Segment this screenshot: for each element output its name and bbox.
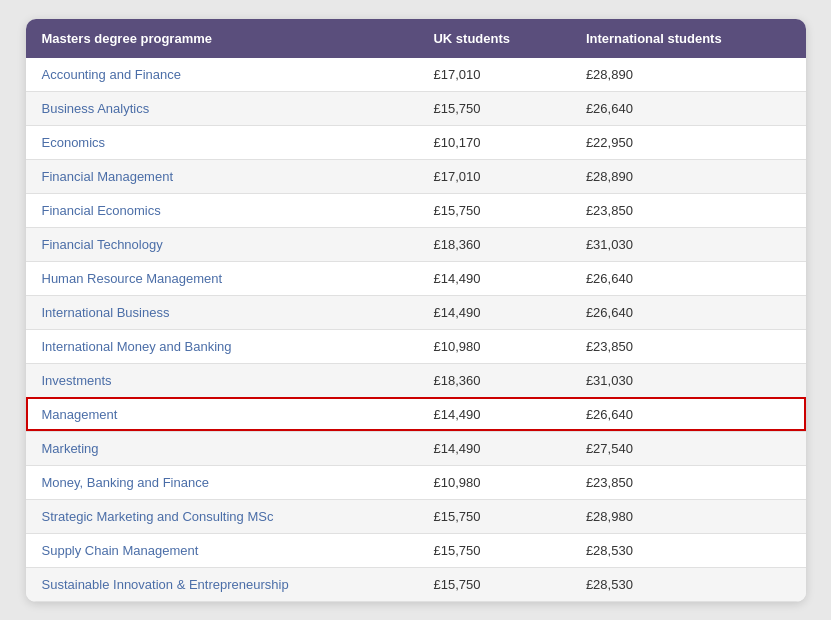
programme-name[interactable]: Investments: [26, 363, 418, 397]
international-fee: £28,890: [570, 58, 806, 92]
fee-table-container: Masters degree programme UK students Int…: [26, 19, 806, 602]
international-fee: £26,640: [570, 261, 806, 295]
programme-name[interactable]: Financial Management: [26, 159, 418, 193]
uk-fee: £14,490: [417, 261, 569, 295]
table-row: Management£14,490£26,640: [26, 397, 806, 431]
uk-fee: £14,490: [417, 431, 569, 465]
international-fee: £22,950: [570, 125, 806, 159]
table-row: Financial Management£17,010£28,890: [26, 159, 806, 193]
international-fee: £28,530: [570, 533, 806, 567]
international-fee: £23,850: [570, 193, 806, 227]
uk-fee: £10,170: [417, 125, 569, 159]
table-row: International Money and Banking£10,980£2…: [26, 329, 806, 363]
uk-fee: £14,490: [417, 397, 569, 431]
programme-name[interactable]: Human Resource Management: [26, 261, 418, 295]
uk-fee: £15,750: [417, 193, 569, 227]
programme-name[interactable]: Sustainable Innovation & Entrepreneurshi…: [26, 567, 418, 601]
programme-name[interactable]: Marketing: [26, 431, 418, 465]
table-row: Supply Chain Management£15,750£28,530: [26, 533, 806, 567]
international-fee: £31,030: [570, 363, 806, 397]
international-fee: £26,640: [570, 397, 806, 431]
table-row: Strategic Marketing and Consulting MSc£1…: [26, 499, 806, 533]
international-fee: £28,980: [570, 499, 806, 533]
international-fee: £26,640: [570, 91, 806, 125]
international-fee: £31,030: [570, 227, 806, 261]
uk-fee: £14,490: [417, 295, 569, 329]
programme-name[interactable]: Supply Chain Management: [26, 533, 418, 567]
programme-name[interactable]: International Money and Banking: [26, 329, 418, 363]
table-row: Investments£18,360£31,030: [26, 363, 806, 397]
uk-fee: £15,750: [417, 499, 569, 533]
uk-fee: £10,980: [417, 329, 569, 363]
international-fee: £28,530: [570, 567, 806, 601]
international-fee: £28,890: [570, 159, 806, 193]
header-uk-students: UK students: [417, 19, 569, 58]
table-row: Money, Banking and Finance£10,980£23,850: [26, 465, 806, 499]
programme-name[interactable]: Economics: [26, 125, 418, 159]
uk-fee: £15,750: [417, 533, 569, 567]
table-row: International Business£14,490£26,640: [26, 295, 806, 329]
table-row: Accounting and Finance£17,010£28,890: [26, 58, 806, 92]
programme-name[interactable]: Financial Economics: [26, 193, 418, 227]
programme-name[interactable]: Management: [26, 397, 418, 431]
uk-fee: £15,750: [417, 91, 569, 125]
uk-fee: £18,360: [417, 363, 569, 397]
programme-name[interactable]: Strategic Marketing and Consulting MSc: [26, 499, 418, 533]
uk-fee: £17,010: [417, 58, 569, 92]
programme-name[interactable]: Financial Technology: [26, 227, 418, 261]
table-header-row: Masters degree programme UK students Int…: [26, 19, 806, 58]
table-row: Sustainable Innovation & Entrepreneurshi…: [26, 567, 806, 601]
table-row: Marketing£14,490£27,540: [26, 431, 806, 465]
programme-name[interactable]: Money, Banking and Finance: [26, 465, 418, 499]
uk-fee: £15,750: [417, 567, 569, 601]
uk-fee: £10,980: [417, 465, 569, 499]
international-fee: £23,850: [570, 465, 806, 499]
programme-name[interactable]: Business Analytics: [26, 91, 418, 125]
table-row: Economics£10,170£22,950: [26, 125, 806, 159]
uk-fee: £17,010: [417, 159, 569, 193]
table-row: Business Analytics£15,750£26,640: [26, 91, 806, 125]
fee-table: Masters degree programme UK students Int…: [26, 19, 806, 602]
international-fee: £27,540: [570, 431, 806, 465]
header-international-students: International students: [570, 19, 806, 58]
table-row: Human Resource Management£14,490£26,640: [26, 261, 806, 295]
uk-fee: £18,360: [417, 227, 569, 261]
international-fee: £23,850: [570, 329, 806, 363]
table-row: Financial Technology£18,360£31,030: [26, 227, 806, 261]
table-row: Financial Economics£15,750£23,850: [26, 193, 806, 227]
international-fee: £26,640: [570, 295, 806, 329]
header-programme: Masters degree programme: [26, 19, 418, 58]
programme-name[interactable]: International Business: [26, 295, 418, 329]
programme-name[interactable]: Accounting and Finance: [26, 58, 418, 92]
